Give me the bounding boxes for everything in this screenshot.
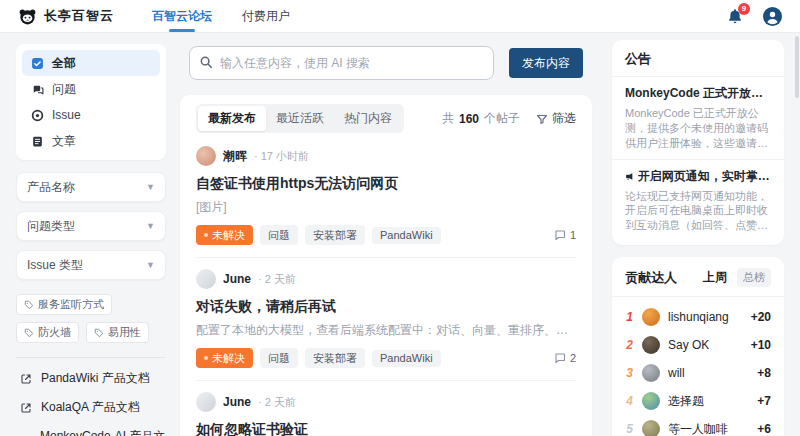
filter-button[interactable]: 筛选 bbox=[536, 110, 576, 127]
doc-links: PandaWiki 产品文档 KoalaQA 产品文档 MonkeyCode-A… bbox=[16, 370, 166, 436]
product-name-select[interactable]: 产品名称 ▼ bbox=[16, 172, 166, 202]
search-row: 发布内容 bbox=[180, 46, 592, 80]
post-author[interactable]: June bbox=[223, 272, 251, 286]
publish-button[interactable]: 发布内容 bbox=[509, 48, 583, 78]
post-tag[interactable]: 安装部署 bbox=[305, 225, 365, 245]
search-icon bbox=[199, 55, 213, 73]
rank-number: 4 bbox=[625, 394, 634, 408]
check-square-icon bbox=[31, 57, 44, 70]
comment-count[interactable]: 2 bbox=[554, 352, 576, 364]
post-author[interactable]: June bbox=[223, 395, 251, 409]
left-sidebar: 全部 问题 Issue 文章 产品名称 ▼ 问题类型 ▼ bbox=[16, 44, 166, 436]
announcement-item[interactable]: MonkeyCode 正式开放公测，邀... MonkeyCode 已正式开放公… bbox=[625, 85, 771, 151]
status-badge: 未解决 bbox=[196, 225, 253, 245]
post-author[interactable]: 潮晖 bbox=[223, 148, 247, 165]
notification-badge: 9 bbox=[738, 3, 750, 15]
comment-icon bbox=[554, 352, 566, 364]
scrollbar[interactable] bbox=[795, 36, 799, 98]
tab-latest[interactable]: 最新发布 bbox=[198, 106, 266, 131]
sidebar-item-questions[interactable]: 问题 bbox=[22, 76, 160, 102]
post-title[interactable]: 对话失败，请稍后再试 bbox=[196, 298, 576, 316]
announcement-item[interactable]: 开启网页通知，实时掌握互动... 论坛现已支持网页通知功能，开启后可在电脑桌面上… bbox=[625, 168, 771, 234]
contributor-row[interactable]: 2 Say OK +10 bbox=[625, 333, 771, 357]
tag-chip[interactable]: 服务监听方式 bbox=[16, 294, 112, 315]
post-list-card: 最新发布 最近活跃 热门内容 共 160 个帖子 筛选 bbox=[180, 95, 592, 436]
announcement-body: MonkeyCode 已正式开放公测，提供多个未使用的邀请码供用户注册体验，这些… bbox=[625, 106, 771, 151]
question-type-select[interactable]: 问题类型 ▼ bbox=[16, 211, 166, 241]
top-navbar: 长亭百智云 百智云论坛 付费用户 9 bbox=[0, 0, 800, 33]
avatar bbox=[642, 336, 660, 354]
brand-name: 长亭百智云 bbox=[44, 7, 114, 25]
sidebar-item-articles[interactable]: 文章 bbox=[22, 128, 160, 154]
status-badge: 未解决 bbox=[196, 348, 253, 368]
divider bbox=[16, 357, 166, 358]
tab-last-week[interactable]: 上周 bbox=[697, 267, 733, 288]
link-pandawiki-docs[interactable]: PandaWiki 产品文档 bbox=[20, 370, 166, 387]
tag-cloud: 服务监听方式 防火墙 易用性 bbox=[16, 294, 166, 343]
navbar-right: 9 bbox=[727, 7, 782, 26]
avatar bbox=[642, 364, 660, 382]
link-monkeycode-docs[interactable]: MonkeyCode-AI 产品文档 bbox=[20, 428, 166, 436]
contributor-row[interactable]: 4 选择题 +7 bbox=[625, 389, 771, 413]
contributors-tabs: 上周 总榜 bbox=[697, 267, 771, 288]
user-avatar[interactable] bbox=[763, 7, 782, 26]
nav-tab-forum[interactable]: 百智云论坛 bbox=[152, 0, 212, 32]
right-sidebar: 公告 MonkeyCode 正式开放公测，邀... MonkeyCode 已正式… bbox=[612, 40, 784, 436]
post-title[interactable]: 自签证书使用https无法访问网页 bbox=[196, 175, 576, 193]
avatar[interactable] bbox=[196, 392, 216, 412]
comment-count[interactable]: 1 bbox=[554, 229, 576, 241]
contributor-row[interactable]: 1 lishunqiang +20 bbox=[625, 305, 771, 329]
nav-tab-paid-users[interactable]: 付费用户 bbox=[242, 0, 290, 32]
sidebar-item-label: 问题 bbox=[52, 81, 76, 98]
tag-chip[interactable]: 防火墙 bbox=[16, 322, 79, 343]
post-tag[interactable]: 安装部署 bbox=[305, 348, 365, 368]
filter-selects: 产品名称 ▼ 问题类型 ▼ Issue 类型 ▼ bbox=[16, 172, 166, 280]
sidebar-item-issue[interactable]: Issue bbox=[22, 102, 160, 128]
funnel-icon bbox=[536, 113, 548, 125]
chevron-down-icon: ▼ bbox=[146, 182, 155, 192]
main-nav: 百智云论坛 付费用户 bbox=[152, 0, 290, 32]
link-koalaqa-docs[interactable]: KoalaQA 产品文档 bbox=[20, 399, 166, 416]
contributor-row[interactable]: 3 will +8 bbox=[625, 361, 771, 385]
rank-number: 1 bbox=[625, 310, 634, 324]
contributors-card: 贡献达人 上周 总榜 1 lishunqiang +20 2 Say OK +1… bbox=[612, 257, 784, 436]
post-tag[interactable]: 问题 bbox=[260, 225, 298, 245]
brand[interactable]: 长亭百智云 bbox=[18, 7, 114, 26]
post-time: 2 天前 bbox=[258, 272, 296, 287]
chevron-down-icon: ▼ bbox=[146, 260, 155, 270]
post-title[interactable]: 如何忽略证书验证 bbox=[196, 421, 576, 436]
post-tag[interactable]: 问题 bbox=[260, 348, 298, 368]
comment-icon bbox=[554, 229, 566, 241]
tab-hot[interactable]: 热门内容 bbox=[334, 106, 402, 131]
post-excerpt: 配置了本地的大模型，查看后端系统配置中：对话、向量、重排序、文档分析都显示“状态… bbox=[196, 322, 576, 339]
external-link-icon bbox=[20, 402, 32, 414]
search-box bbox=[189, 46, 494, 80]
tag-icon bbox=[24, 328, 34, 338]
sidebar-item-label: Issue bbox=[52, 108, 81, 122]
post-tag[interactable]: PandaWiki bbox=[372, 227, 441, 244]
avatar[interactable] bbox=[196, 146, 216, 166]
main-content: 发布内容 最新发布 最近活跃 热门内容 共 160 个帖子 筛选 bbox=[180, 46, 592, 436]
select-label: 产品名称 bbox=[27, 179, 75, 196]
avatar bbox=[642, 392, 660, 410]
sort-tabs: 最新发布 最近活跃 热门内容 bbox=[196, 104, 404, 133]
post-excerpt: [图片] bbox=[196, 199, 576, 216]
search-input[interactable] bbox=[189, 46, 494, 80]
tab-all-time[interactable]: 总榜 bbox=[737, 268, 771, 287]
tag-chip[interactable]: 易用性 bbox=[86, 322, 149, 343]
status-dot bbox=[204, 356, 208, 360]
issue-type-select[interactable]: Issue 类型 ▼ bbox=[16, 250, 166, 280]
person-icon bbox=[763, 7, 782, 26]
article-icon bbox=[31, 135, 44, 148]
avatar[interactable] bbox=[196, 269, 216, 289]
post-tag[interactable]: PandaWiki bbox=[372, 350, 441, 367]
tag-icon bbox=[94, 328, 104, 338]
app: 长亭百智云 百智云论坛 付费用户 9 全部 问题 bbox=[0, 0, 800, 436]
notifications-button[interactable]: 9 bbox=[727, 8, 743, 24]
rank-number: 2 bbox=[625, 338, 634, 352]
brand-logo-icon bbox=[18, 7, 37, 26]
sidebar-item-all[interactable]: 全部 bbox=[22, 50, 160, 76]
tab-recent-active[interactable]: 最近活跃 bbox=[266, 106, 334, 131]
contributor-row[interactable]: 5 等一人咖啡 +6 bbox=[625, 417, 771, 436]
select-label: Issue 类型 bbox=[27, 257, 83, 274]
